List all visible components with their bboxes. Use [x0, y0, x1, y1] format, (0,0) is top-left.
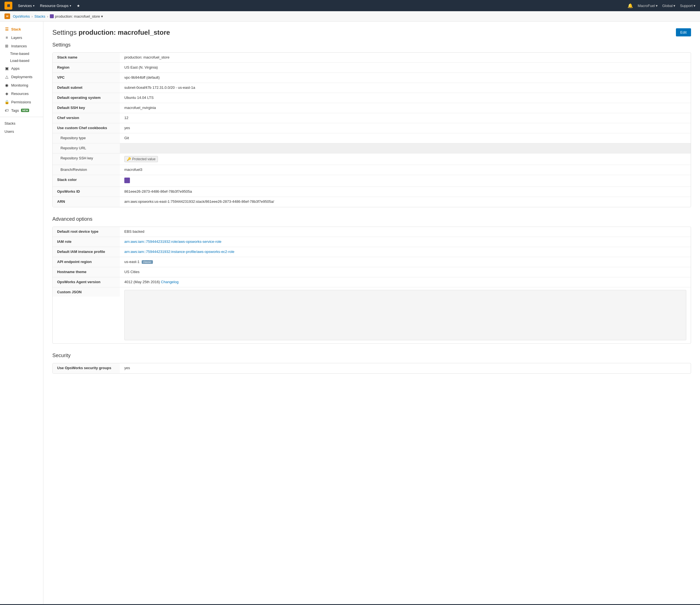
settings-label-arn: ARN: [53, 197, 120, 207]
settings-label-region: Region: [53, 63, 120, 73]
settings-value-api-endpoint: us-east-1 classic: [120, 257, 691, 267]
settings-value-repo-url: [120, 143, 691, 153]
sidebar-item-apps[interactable]: ▣ Apps: [0, 64, 43, 73]
services-chevron-icon: ▾: [33, 4, 34, 7]
sidebar-item-resources[interactable]: ◈ Resources: [0, 89, 43, 98]
services-nav[interactable]: Services ▾: [16, 2, 37, 9]
settings-label-custom-json: Custom JSON: [53, 287, 120, 297]
sidebar-item-users[interactable]: Users: [0, 127, 43, 136]
main-layout: ☰ Stack ≡ Layers ⊞ Instances Time-based …: [0, 22, 700, 604]
user-menu[interactable]: MacroFuel ▾: [638, 4, 657, 8]
notifications-bell-icon[interactable]: 🔔: [627, 3, 633, 8]
breadcrumb-current: production: macrofuel_store ▾: [50, 14, 103, 19]
opsworks-logo-icon: W: [4, 14, 10, 19]
user-chevron-icon: ▾: [656, 4, 658, 8]
settings-value-security-groups: yes: [120, 363, 691, 373]
instances-icon: ⊞: [4, 44, 9, 48]
settings-section-box: Stack name production: macrofuel_store R…: [52, 52, 691, 207]
sidebar-item-deployments[interactable]: △ Deployments: [0, 73, 43, 81]
pinned-nav[interactable]: ★: [74, 2, 82, 9]
protected-value-badge: 🔑 Protected value: [124, 156, 158, 162]
settings-section-title: Settings: [52, 42, 691, 48]
resources-icon: ◈: [4, 91, 9, 96]
support-chevron-icon: ▾: [694, 4, 696, 8]
settings-value-custom-json: [120, 287, 691, 343]
top-nav-right: 🔔 MacroFuel ▾ Global ▾ Support ▾: [627, 3, 696, 8]
settings-row-agent-version: OpsWorks Agent version 4012 (May 25th 20…: [53, 277, 691, 287]
settings-row-custom-chef: Use custom Chef cookbooks yes: [53, 123, 691, 133]
settings-row-ssh: Default SSH key macrofuel_nvirginia: [53, 103, 691, 113]
permissions-icon: 🔒: [4, 100, 9, 104]
sidebar-item-tags[interactable]: 🏷 Tags NEW: [0, 106, 43, 115]
page-header: Settings production: macrofuel_store Edi…: [52, 28, 691, 37]
iam-profile-link[interactable]: arn:aws:iam::759444231932:instance-profi…: [124, 249, 234, 254]
settings-value-arn: arn:aws:opsworks:us-east-1:759444231932:…: [120, 197, 691, 207]
settings-label-repo-url: Repository URL: [53, 143, 120, 153]
custom-json-area: [124, 290, 686, 340]
settings-row-security-groups: Use OpsWorks security groups yes: [53, 363, 691, 373]
settings-row-region: Region US East (N. Virginia): [53, 63, 691, 73]
changelog-link[interactable]: Changelog: [161, 280, 179, 284]
settings-value-vpc: vpc-9b944bff (default): [120, 73, 691, 82]
sidebar-sub-load-based[interactable]: Load-based: [0, 57, 43, 64]
settings-value-hostname: US Cities: [120, 267, 691, 277]
advanced-section-title: Advanced options: [52, 216, 691, 222]
settings-row-opsworks-id: OpsWorks ID 861eee26-2873-4486-86ef-78b3…: [53, 187, 691, 197]
sidebar-item-permissions[interactable]: 🔒 Permissions: [0, 98, 43, 106]
settings-row-hostname: Hostname theme US Cities: [53, 267, 691, 277]
key-icon: 🔑: [127, 157, 131, 161]
settings-row-subnet: Default subnet subnet-0ceaf47b 172.31.0.…: [53, 83, 691, 93]
apps-icon: ▣: [4, 66, 9, 71]
deployments-icon: △: [4, 74, 9, 79]
settings-label-stack-color: Stack color: [53, 175, 120, 187]
stacks-breadcrumb-link[interactable]: Stacks: [34, 14, 45, 19]
sidebar-item-monitoring[interactable]: ◉ Monitoring: [0, 81, 43, 89]
settings-label-opsworks-id: OpsWorks ID: [53, 187, 120, 197]
settings-row-stack-color: Stack color: [53, 175, 691, 187]
settings-value-iam-role: arn:aws:iam::759444231932:role/aws-opswo…: [120, 237, 691, 247]
settings-label-api-endpoint: API endpoint region: [53, 257, 120, 267]
settings-label-chef: Chef version: [53, 113, 120, 123]
settings-row-api-endpoint: API endpoint region us-east-1 classic: [53, 257, 691, 267]
sidebar-item-layers[interactable]: ≡ Layers: [0, 33, 43, 42]
settings-value-branch: macrofuel3: [120, 165, 691, 175]
sidebar-item-stack[interactable]: ☰ Stack: [0, 25, 43, 33]
settings-value-ssh: macrofuel_nvirginia: [120, 103, 691, 113]
stack-dropdown-chevron-icon[interactable]: ▾: [101, 14, 103, 19]
settings-value-subnet: subnet-0ceaf47b 172.31.0.0/20 - us-east-…: [120, 83, 691, 93]
opsworks-breadcrumb-link[interactable]: OpsWorks: [13, 14, 30, 19]
aws-logo-icon: ⬛: [4, 2, 12, 9]
settings-label-custom-chef: Use custom Chef cookbooks: [53, 123, 120, 133]
page-title: Settings production: macrofuel_store: [52, 29, 170, 37]
sidebar-item-stacks[interactable]: Stacks: [0, 119, 43, 127]
tags-icon: 🏷: [4, 108, 9, 113]
settings-row-custom-json: Custom JSON: [53, 287, 691, 343]
settings-value-opsworks-id: 861eee26-2873-4486-86ef-78b3f7e9505a: [120, 187, 691, 197]
settings-value-repo-type: Git: [120, 133, 691, 143]
settings-label-agent-version: OpsWorks Agent version: [53, 277, 120, 287]
settings-row-repo-type: Repository type Git: [53, 133, 691, 143]
settings-value-agent-version: 4012 (May 25th 2016) Changelog: [120, 277, 691, 287]
settings-row-vpc: VPC vpc-9b944bff (default): [53, 73, 691, 83]
settings-label-security-groups: Use OpsWorks security groups: [53, 363, 120, 373]
settings-label-vpc: VPC: [53, 73, 120, 82]
main-content: Settings production: macrofuel_store Edi…: [43, 22, 700, 604]
settings-label-repo-type: Repository type: [53, 133, 120, 143]
resource-groups-nav[interactable]: Resource Groups ▾: [38, 2, 73, 9]
settings-row-iam-role: IAM role arn:aws:iam::759444231932:role/…: [53, 237, 691, 247]
settings-value-root-device: EBS backed: [120, 227, 691, 237]
global-menu[interactable]: Global ▾: [662, 4, 676, 8]
settings-row-arn: ARN arn:aws:opsworks:us-east-1:759444231…: [53, 197, 691, 207]
settings-value-iam-profile: arn:aws:iam::759444231932:instance-profi…: [120, 247, 691, 257]
settings-row-branch: Branch/Revision macrofuel3: [53, 165, 691, 175]
settings-value-repo-ssh: 🔑 Protected value: [120, 153, 691, 165]
iam-role-link[interactable]: arn:aws:iam::759444231932:role/aws-opswo…: [124, 240, 222, 244]
security-section-title: Security: [52, 353, 691, 359]
breadcrumb-sep-1: ›: [31, 14, 32, 19]
sidebar-item-instances[interactable]: ⊞ Instances: [0, 42, 43, 50]
security-section-box: Use OpsWorks security groups yes: [52, 363, 691, 373]
sidebar-sub-time-based[interactable]: Time-based: [0, 50, 43, 57]
support-menu[interactable]: Support ▾: [680, 4, 696, 8]
edit-button[interactable]: Edit: [676, 28, 691, 37]
settings-row-repo-url: Repository URL: [53, 143, 691, 153]
